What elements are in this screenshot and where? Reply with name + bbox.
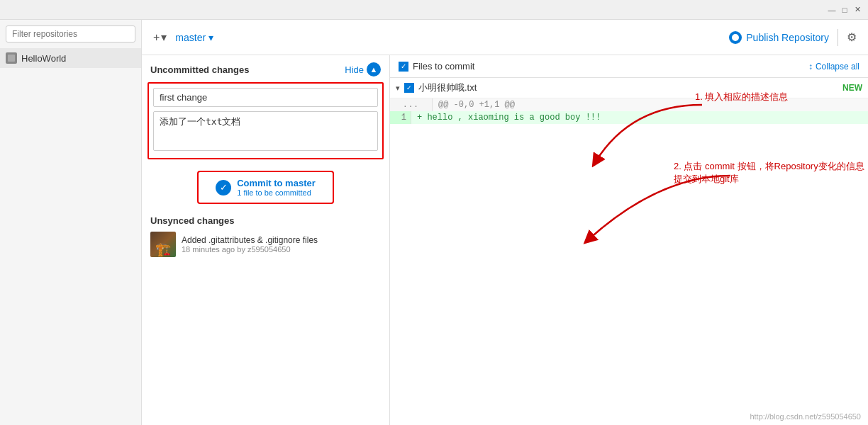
commit-description-input[interactable]: 添加了一个txt文档 xyxy=(153,111,378,151)
diff-added-line: + hello , xiaoming is a good boy !!! xyxy=(411,111,868,124)
files-to-commit-label: Files to commit xyxy=(413,61,474,72)
watermark: http://blog.csdn.net/z595054650 xyxy=(750,412,861,421)
files-to-commit-section: ✓ Files to commit xyxy=(399,61,474,72)
add-button[interactable]: + ▾ xyxy=(153,30,167,44)
octocat-icon xyxy=(729,31,742,44)
branch-name-label: master xyxy=(175,32,206,43)
unsynced-item: 🏗️ Added .gitattributes & .gitignore fil… xyxy=(150,232,381,257)
hide-arrow-icon: ▲ xyxy=(367,62,381,76)
plus-arrow: ▾ xyxy=(161,30,167,44)
commit-check-icon: ✓ xyxy=(216,180,231,196)
files-to-commit-checkbox[interactable]: ✓ xyxy=(399,62,408,72)
svg-point-1 xyxy=(732,34,739,41)
diff-content: ... @@ -0,0 +1,1 @@ 1 + hello , xiaoming… xyxy=(390,98,868,425)
commit-button-title: Commit to master xyxy=(237,178,316,188)
settings-icon[interactable]: ⚙ xyxy=(847,30,857,44)
unsynced-title: Unsynced changes xyxy=(150,215,381,226)
sidebar: HelloWorld xyxy=(0,20,142,425)
diff-line-number: 1 xyxy=(390,111,411,124)
app-container: HelloWorld + ▾ master ▾ xyxy=(0,20,868,425)
file-status-badge: NEW xyxy=(842,83,862,93)
commit-button-wrap: ✓ Commit to master 1 file to be committe… xyxy=(142,171,389,204)
plus-icon: + xyxy=(153,31,160,44)
diff-gutter-dots: ... xyxy=(390,98,433,111)
hide-label: Hide xyxy=(345,64,364,75)
commit-title-input[interactable] xyxy=(153,88,378,107)
sidebar-item-helloworld[interactable]: HelloWorld xyxy=(0,48,141,68)
commit-button-text: Commit to master 1 file to be committed xyxy=(237,178,316,197)
maximize-button[interactable]: □ xyxy=(840,5,850,15)
diff-row-meta: ... @@ -0,0 +1,1 @@ xyxy=(390,98,868,111)
filter-repositories-input[interactable] xyxy=(6,26,135,42)
uncommitted-box: 添加了一个txt文档 xyxy=(148,82,384,159)
close-button[interactable]: ✕ xyxy=(852,5,862,15)
content-area: + ▾ master ▾ Publish Repository xyxy=(142,20,868,425)
uncommitted-header: Uncommitted changes Hide ▲ xyxy=(142,55,389,82)
diff-row-added: 1 + hello , xiaoming is a good boy !!! xyxy=(390,111,868,124)
hide-button[interactable]: Hide ▲ xyxy=(345,62,381,76)
unsynced-meta: 18 minutes ago by z595054650 xyxy=(182,245,318,254)
commit-to-master-button[interactable]: ✓ Commit to master 1 file to be committe… xyxy=(197,171,334,204)
minimize-button[interactable]: — xyxy=(827,5,837,15)
topbar-divider xyxy=(838,29,838,46)
commit-button-subtitle: 1 file to be committed xyxy=(237,188,316,197)
file-name-label: 小明很帅哦.txt xyxy=(418,81,838,94)
uncommitted-title: Uncommitted changes xyxy=(150,64,249,75)
branch-arrow-icon: ▾ xyxy=(208,32,213,43)
unsynced-message: Added .gitattributes & .gitignore files xyxy=(182,235,318,245)
collapse-all-label: Collapse all xyxy=(816,62,859,72)
topbar: + ▾ master ▾ Publish Repository xyxy=(142,20,868,55)
diff-header: ✓ Files to commit ↕ Collapse all xyxy=(390,55,868,78)
publish-label: Publish Repository xyxy=(746,32,829,43)
left-panel: Uncommitted changes Hide ▲ 添加了一个txt文档 xyxy=(142,55,390,425)
publish-repository-button[interactable]: Publish Repository xyxy=(729,31,829,44)
svg-rect-0 xyxy=(8,55,15,62)
topbar-right: Publish Repository ⚙ xyxy=(729,29,857,46)
unsynced-section: Unsynced changes 🏗️ Added .gitattributes… xyxy=(142,207,389,263)
main-panel: Uncommitted changes Hide ▲ 添加了一个txt文档 xyxy=(142,55,868,425)
collapse-all-button[interactable]: ↕ Collapse all xyxy=(808,62,859,72)
unsynced-info: Added .gitattributes & .gitignore files … xyxy=(182,235,318,254)
file-entry: ▾ ✓ 小明很帅哦.txt NEW xyxy=(390,78,868,98)
titlebar: — □ ✕ xyxy=(0,0,868,20)
file-checkbox[interactable]: ✓ xyxy=(404,83,414,93)
repo-name-label: HelloWorld xyxy=(21,53,66,64)
diff-meta-line: @@ -0,0 +1,1 @@ xyxy=(433,98,868,111)
file-toggle-icon[interactable]: ▾ xyxy=(396,84,400,93)
collapse-icon: ↕ xyxy=(808,62,813,72)
branch-selector[interactable]: master ▾ xyxy=(175,32,213,43)
commit-thumbnail: 🏗️ xyxy=(150,232,176,257)
repo-icon xyxy=(6,52,17,64)
right-panel: ✓ Files to commit ↕ Collapse all ▾ ✓ 小明很… xyxy=(390,55,868,425)
